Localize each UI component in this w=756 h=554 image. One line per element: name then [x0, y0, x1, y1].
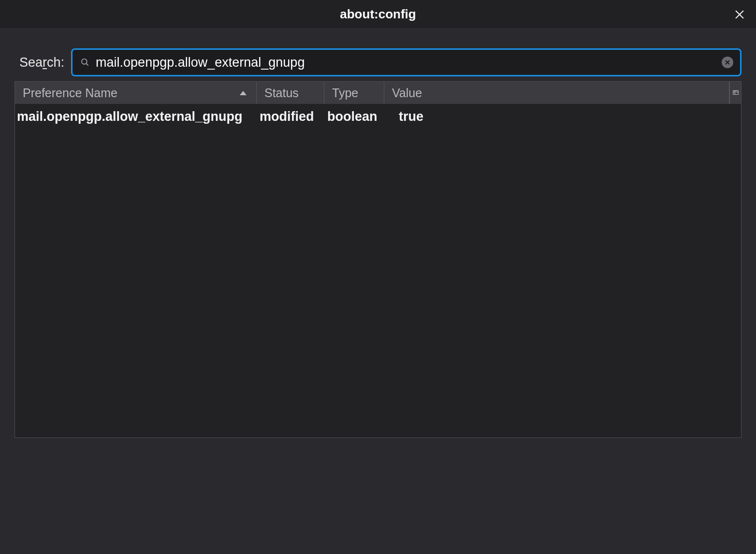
search-label: Search:: [15, 55, 64, 70]
search-input[interactable]: [96, 55, 716, 70]
svg-point-2: [82, 59, 87, 64]
col-header-value-label: Value: [392, 86, 422, 100]
titlebar: about:config: [0, 0, 756, 29]
table-header: Preference Name Status Type Value: [15, 82, 741, 104]
svg-line-3: [87, 64, 88, 66]
search-icon: [80, 58, 90, 67]
prefs-table: Preference Name Status Type Value: [15, 81, 741, 438]
table-row[interactable]: mail.openpgp.allow_external_gnupg modifi…: [15, 104, 741, 129]
window-title: about:config: [340, 7, 416, 22]
cell-value: true: [384, 109, 741, 124]
col-header-type-label: Type: [332, 86, 358, 100]
close-icon: [734, 9, 745, 20]
sort-ascending-icon: [240, 91, 247, 95]
column-picker-button[interactable]: [729, 82, 741, 104]
svg-rect-6: [733, 90, 738, 94]
column-picker-icon: [732, 89, 739, 96]
cell-pref-name: mail.openpgp.allow_external_gnupg: [15, 109, 257, 124]
search-field-wrap: [71, 48, 741, 76]
cell-status: modified: [257, 109, 324, 124]
col-header-value[interactable]: Value: [384, 82, 729, 104]
col-header-status[interactable]: Status: [257, 82, 324, 104]
clear-search-button[interactable]: [722, 57, 733, 68]
clear-icon: [725, 59, 730, 65]
col-header-status-label: Status: [264, 86, 299, 100]
content-area: Search: Preference Name Status Type: [0, 29, 756, 452]
search-row: Search:: [15, 48, 741, 76]
cell-type: boolean: [324, 109, 384, 124]
col-header-type[interactable]: Type: [324, 82, 384, 104]
table-body[interactable]: mail.openpgp.allow_external_gnupg modifi…: [15, 104, 741, 437]
col-header-name-label: Preference Name: [23, 86, 117, 100]
col-header-name[interactable]: Preference Name: [15, 82, 257, 104]
close-button[interactable]: [732, 7, 747, 22]
